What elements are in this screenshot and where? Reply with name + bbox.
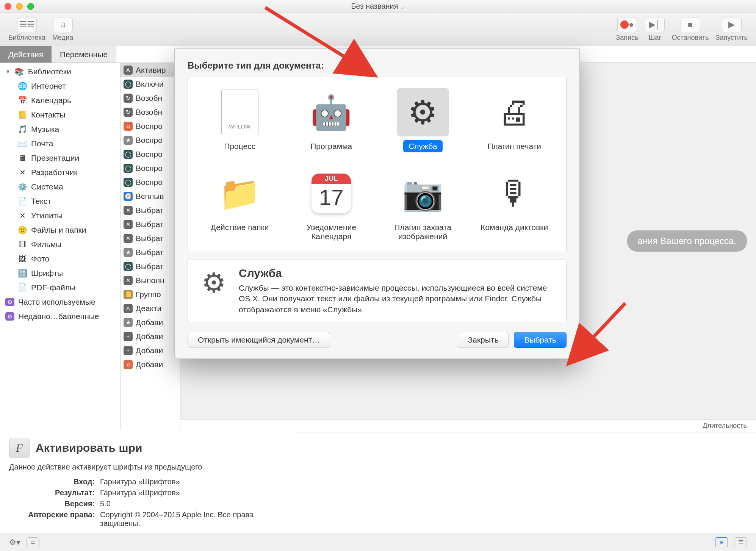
library-item-label: Презентации [31,153,79,163]
library-item-keynote[interactable]: 🖥Презентации [0,151,120,165]
library-item-movies[interactable]: 🎞Фильмы [0,237,120,252]
stop-button[interactable]: ■Остановить [671,17,709,42]
library-item-mail[interactable]: ✉️Почта [0,136,120,151]
record-button[interactable]: ●Запись [616,17,638,42]
library-button[interactable]: ☰☰Библиотека [8,17,45,42]
toolbar: ☰☰Библиотека♫Медиа ●Запись▶│Шаг■Останови… [0,13,756,46]
step-button[interactable]: ▶│Шаг [645,17,665,42]
system-icon: ⚙️ [17,182,27,192]
action-row[interactable]: ◯Выбрат [121,259,180,273]
action-row[interactable]: ◯Включи [121,77,180,91]
action-icon: 📒 [124,290,133,299]
doc-type-service[interactable]: ⚙︎Служба [377,86,469,152]
chevron-down-icon[interactable]: ⌄ [398,4,405,10]
action-row[interactable]: 📒Группо [121,287,180,301]
library-item-internet[interactable]: 🌐Интернет [0,79,120,93]
imagecapture-icon: 📷 [397,169,449,218]
action-icon: ◯ [124,150,133,159]
action-row[interactable]: ↻Возобн [121,105,180,119]
action-icon: ◯ [124,178,133,187]
media-icon: ♫ [53,17,73,32]
doc-type-folderaction[interactable]: 📁Действие папки [194,167,286,243]
tab-variables[interactable]: Переменные [52,46,116,63]
view-mode-list[interactable]: ≡ [715,537,728,547]
action-row[interactable]: ★Добави [121,315,180,329]
doc-type-dictation[interactable]: 🎙Команда диктовки [469,167,560,243]
action-row[interactable]: ↻Возобн [121,91,180,105]
action-row[interactable]: ◯Воспро [121,161,180,175]
library-item-fonts[interactable]: 🔠Шрифты [0,266,120,280]
action-icon: ★ [124,318,133,327]
gear-icon[interactable]: ⚙︎▾ [9,538,20,547]
choose-button[interactable]: Выбрать [514,332,567,348]
run-button[interactable]: ▶Запустить [716,17,748,42]
disclosure-triangle-icon[interactable]: ▼ [5,69,11,75]
action-info-desc: Данное действие активирует шрифты из пре… [9,463,284,471]
action-label: Воспро [136,150,163,159]
library-item-calendar[interactable]: 📅Календарь [0,93,120,108]
action-label: Возобн [136,108,162,117]
action-row[interactable]: ♫Воспро [121,119,180,133]
contacts-icon: 📒 [17,110,27,120]
close-button[interactable]: Закрыть [458,332,509,348]
library-item-label: Календарь [31,96,71,105]
action-row[interactable]: ★Выбрат [121,245,180,259]
doc-type-application[interactable]: 🤖Программа [286,86,377,152]
action-row[interactable]: ✕Выполн [121,273,180,287]
doc-type-imagecapture[interactable]: 📷Плагин захвата изображений [377,167,469,243]
library-item-music[interactable]: 🎵Музыка [0,122,120,136]
action-row[interactable]: AДеакти [121,301,180,315]
action-row[interactable]: ★Воспро [121,133,180,147]
smart-folder-icon: ⚙ [5,312,14,321]
library-item-files[interactable]: 🙂Файлы и папки [0,223,120,237]
action-row[interactable]: ✕Выбрат [121,231,180,245]
view-mode-flow[interactable]: ☰ [734,537,747,547]
library-item-text[interactable]: 📄Текст [0,194,120,208]
library-item-developer[interactable]: ✕Разработчик [0,165,120,180]
view-mode-detail[interactable]: ▭ [27,537,39,547]
doc-type-label: Уведомление Календаря [286,221,377,243]
doc-type-workflow[interactable]: Процесс [194,86,286,152]
action-label: Возобн [136,94,162,103]
action-icon: A [124,66,133,75]
library-label: Библиотека [8,34,45,42]
action-label: Всплыв [136,192,164,201]
meta-value: Гарнитура «Шрифтов» [100,477,284,486]
open-existing-button[interactable]: Открыть имеющийся документ… [188,332,330,348]
action-label: Деакти [136,304,161,313]
record-icon: ● [617,17,637,32]
smart-folder-popular[interactable]: ⚙Часто используемые [0,295,120,309]
library-item-utilities[interactable]: ✕Утилиты [0,208,120,223]
smart-folder-recent[interactable]: ⚙Недавно…бавленные [0,309,120,324]
keynote-icon: 🖥 [17,153,27,163]
action-row[interactable]: ✕Выбрат [121,203,180,217]
action-icon: 🧭 [124,192,133,201]
tab-actions[interactable]: Действия [0,46,52,63]
action-row[interactable]: +Добави [121,329,180,343]
action-row[interactable]: 🧭Всплыв [121,189,180,203]
action-label: Выполн [136,276,164,285]
action-row[interactable]: ✕Выбрат [121,217,180,231]
library-item-label: Фото [31,254,49,263]
doc-type-printplugin[interactable]: 🖨Плагин печати [469,86,560,152]
action-row[interactable]: ◯Воспро [121,147,180,161]
titlebar: Без названия⌄ [0,0,756,13]
library-item-photo[interactable]: 🖼Фото [0,252,120,266]
type-desc-body: Службы — это контекстно-зависимые процес… [239,283,558,315]
doc-type-calalarm[interactable]: JUL17Уведомление Календаря [286,167,377,243]
action-row[interactable]: ♫Добави [121,357,180,371]
action-row[interactable]: ◯Воспро [121,175,180,189]
libraries-header[interactable]: ▼ 📚 Библиотеки [0,64,120,79]
doc-type-label: Плагин печати [482,140,546,152]
media-button[interactable]: ♫Медиа [52,17,73,42]
library-item-system[interactable]: ⚙️Система [0,180,120,194]
meta-label: Авторские права: [9,510,100,528]
library-item-pdf[interactable]: 📄PDF-файлы [0,280,120,295]
action-icon: ★ [124,136,133,145]
action-label: Выбрат [136,206,164,215]
action-row[interactable]: +Добави [121,343,180,357]
application-icon: 🤖 [305,88,357,136]
library-item-contacts[interactable]: 📒Контакты [0,108,120,122]
action-row[interactable]: AАктивир [121,63,180,77]
smart-folder-label: Часто используемые [18,297,95,307]
